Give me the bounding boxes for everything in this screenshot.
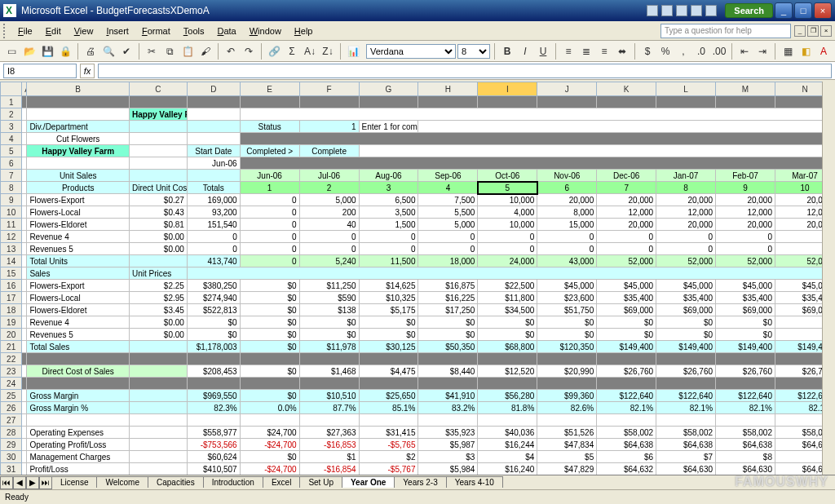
cell[interactable]: 0: [187, 231, 240, 243]
fill-color-icon[interactable]: ◧: [797, 43, 814, 60]
cell[interactable]: $122,640: [716, 390, 775, 402]
select-all-corner[interactable]: [1, 82, 22, 96]
cell[interactable]: Flowers-Local: [27, 206, 130, 219]
cell[interactable]: 0: [597, 231, 656, 243]
cell[interactable]: $27,363: [299, 427, 359, 439]
tab-last-icon[interactable]: ⏭: [39, 476, 52, 489]
cell[interactable]: 0: [240, 194, 299, 206]
cell[interactable]: $0: [299, 329, 359, 341]
cell[interactable]: 40: [299, 219, 359, 231]
menu-format[interactable]: Format: [135, 24, 177, 38]
cell[interactable]: 1: [240, 182, 299, 194]
copy-icon[interactable]: ⧉: [161, 43, 178, 60]
cell[interactable]: $23,600: [537, 292, 597, 304]
cell[interactable]: 0: [597, 243, 656, 255]
borders-icon[interactable]: ▦: [780, 43, 796, 60]
cell[interactable]: Totals: [187, 182, 240, 194]
cell[interactable]: Direct Unit Cost: [129, 182, 187, 194]
cell[interactable]: Revenues 5: [27, 329, 130, 341]
cell[interactable]: $0.27: [129, 194, 187, 206]
cell[interactable]: $45,000: [716, 280, 775, 292]
sheet-tab[interactable]: Capacities: [148, 476, 204, 488]
cell[interactable]: $0: [240, 280, 299, 292]
cell[interactable]: $7: [656, 451, 716, 463]
cell[interactable]: $35,400: [716, 292, 775, 304]
cell[interactable]: 8: [656, 182, 716, 194]
cell[interactable]: $149,400: [597, 341, 656, 353]
menu-view[interactable]: View: [68, 24, 100, 38]
cell[interactable]: $0: [597, 329, 656, 341]
cell[interactable]: 43,000: [537, 255, 597, 267]
undo-icon[interactable]: ↶: [223, 43, 239, 60]
cell[interactable]: 5,000: [299, 194, 359, 206]
inc-indent-icon[interactable]: ⇥: [754, 43, 771, 60]
cell[interactable]: Dec-06: [597, 170, 656, 182]
close-button[interactable]: ×: [814, 2, 832, 19]
row-header[interactable]: 1: [1, 96, 22, 108]
cell[interactable]: 10,000: [478, 194, 537, 206]
menu-edit[interactable]: Edit: [39, 24, 68, 38]
row-header[interactable]: 25: [1, 390, 22, 402]
cell[interactable]: 0: [240, 219, 299, 231]
cell[interactable]: $45,000: [656, 280, 716, 292]
cell[interactable]: Feb-07: [716, 170, 775, 182]
row-header[interactable]: 13: [1, 243, 22, 255]
cell[interactable]: 0: [359, 231, 418, 243]
row-header[interactable]: 8: [1, 182, 22, 194]
cell[interactable]: $0: [418, 329, 478, 341]
sheet-tab[interactable]: Introduction: [203, 476, 263, 488]
cell[interactable]: 87.7%: [299, 402, 359, 414]
cell[interactable]: Jul-06: [299, 170, 359, 182]
cell[interactable]: 0: [716, 231, 775, 243]
cell[interactable]: $51,526: [537, 427, 597, 439]
row-header[interactable]: 12: [1, 231, 22, 243]
cell[interactable]: Operating Expenses: [27, 427, 130, 439]
redo-icon[interactable]: ↷: [241, 43, 257, 60]
cell[interactable]: Sep-06: [418, 170, 478, 182]
dec-indent-icon[interactable]: ⇤: [736, 43, 753, 60]
cell[interactable]: $26,760: [597, 365, 656, 378]
cell[interactable]: Status: [240, 121, 299, 133]
cell[interactable]: $208,453: [187, 365, 240, 378]
cell[interactable]: $68,800: [478, 341, 537, 353]
cell[interactable]: $1,468: [299, 365, 359, 378]
cell[interactable]: $0: [240, 304, 299, 316]
autosum-icon[interactable]: Σ: [284, 43, 300, 60]
cell[interactable]: 82.1%: [597, 402, 656, 414]
print-icon[interactable]: 🖨: [82, 43, 99, 60]
cell[interactable]: 52,000: [716, 255, 775, 267]
cell[interactable]: $149,400: [656, 341, 716, 353]
row-header[interactable]: 7: [1, 170, 22, 182]
row-header[interactable]: 30: [1, 451, 22, 463]
cell[interactable]: 82.1%: [716, 402, 775, 414]
cell[interactable]: $0: [418, 316, 478, 329]
cell[interactable]: $26,760: [716, 365, 775, 378]
row-header[interactable]: 20: [1, 329, 22, 341]
cell[interactable]: $0: [597, 316, 656, 329]
cell[interactable]: 10,000: [478, 219, 537, 231]
cell[interactable]: $149,400: [716, 341, 775, 353]
row-header[interactable]: 18: [1, 304, 22, 316]
cell[interactable]: 0: [299, 243, 359, 255]
cell[interactable]: 9: [716, 182, 775, 194]
cell[interactable]: $0: [299, 316, 359, 329]
help-search-input[interactable]: Type a question for help: [660, 24, 791, 38]
titlebar-icon[interactable]: [691, 5, 702, 16]
col-header[interactable]: J: [537, 82, 597, 96]
row-header[interactable]: 28: [1, 427, 22, 439]
cell[interactable]: 1,500: [359, 219, 418, 231]
cell[interactable]: $26,760: [656, 365, 716, 378]
cell[interactable]: 82.3%: [187, 402, 240, 414]
cell[interactable]: $5: [537, 451, 597, 463]
cell[interactable]: Gross Margin %: [27, 402, 130, 414]
row-header[interactable]: 15: [1, 267, 22, 280]
cell[interactable]: 7: [597, 182, 656, 194]
dec-decimal-icon[interactable]: .00: [711, 43, 727, 60]
cell[interactable]: $8,440: [418, 365, 478, 378]
col-header[interactable]: H: [418, 82, 478, 96]
maximize-button[interactable]: □: [794, 2, 812, 19]
cell[interactable]: Flowers-Export: [27, 280, 130, 292]
tab-first-icon[interactable]: ⏮: [0, 476, 13, 489]
cell[interactable]: 24,000: [478, 255, 537, 267]
cell[interactable]: Sales: [27, 267, 130, 280]
